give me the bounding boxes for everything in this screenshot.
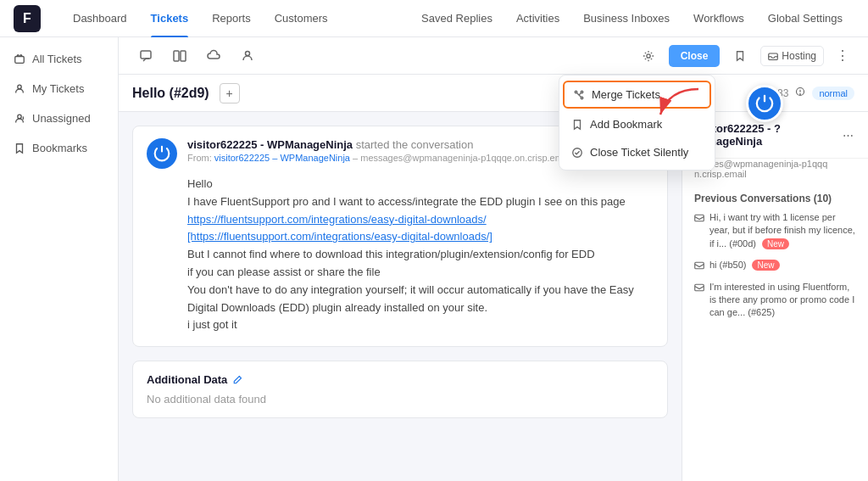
from-link[interactable]: visitor622225 – WPManageNinja xyxy=(214,153,350,163)
gear-icon xyxy=(643,50,654,62)
sidebar-item-all-tickets[interactable]: All Tickets xyxy=(0,44,118,74)
svg-point-16 xyxy=(800,94,801,95)
logo[interactable]: F xyxy=(14,5,41,32)
inbox-icon xyxy=(768,51,778,61)
sender-name: visitor622225 - WPManageNinja xyxy=(187,138,353,151)
edd-link-2[interactable]: [https://fluentsupport.com/integrations/… xyxy=(187,230,492,243)
email-icon-2 xyxy=(694,260,704,271)
nav-item-activities[interactable]: Activities xyxy=(504,0,571,37)
nav-item-workflows[interactable]: Workflows xyxy=(682,0,756,37)
ticket-icon xyxy=(14,53,25,65)
sidebar-item-unassigned[interactable]: Unassigned xyxy=(0,103,118,133)
convo-item-2[interactable]: hi (#b50) New xyxy=(694,259,856,271)
nav-item-reports[interactable]: Reports xyxy=(200,0,263,37)
ticket-title: Hello (#2d9) xyxy=(132,86,209,101)
merge-icon xyxy=(573,89,585,101)
split-view-button[interactable] xyxy=(166,42,193,70)
sidebar-item-my-tickets[interactable]: My Tickets xyxy=(0,74,118,103)
sidebar-item-bookmarks[interactable]: Bookmarks xyxy=(0,133,118,163)
additional-data-card: Additional Data No additional data found xyxy=(132,361,668,418)
close-ticket-silently-item[interactable]: Close Ticket Silently xyxy=(559,138,715,166)
more-options-button[interactable]: ⋮ xyxy=(831,44,854,68)
edd-link[interactable]: https://fluentsupport.com/integrations/e… xyxy=(187,213,487,226)
dropdown-menu: Merge Tickets Add Bookmark Close Ticket … xyxy=(559,75,715,171)
nav-item-saved-replies[interactable]: Saved Replies xyxy=(409,0,504,37)
chat-view-button[interactable] xyxy=(132,42,159,70)
merge-tickets-item[interactable]: Merge Tickets xyxy=(563,81,711,109)
ticket-meta: #83 normal xyxy=(771,87,854,100)
nav-item-global-settings[interactable]: Global Settings xyxy=(756,0,854,37)
svg-rect-4 xyxy=(141,51,151,59)
convo-item-3[interactable]: I'm interested in using Fluentform, is t… xyxy=(694,281,856,320)
cloud-button[interactable] xyxy=(200,42,227,70)
avatar xyxy=(147,138,177,169)
main-content: Close Hosting ⋮ Merge Tickets Add Bookma xyxy=(119,37,868,481)
email-icon-1 xyxy=(694,213,704,223)
ellipsis-icon: ⋮ xyxy=(836,48,849,64)
svg-point-7 xyxy=(246,51,250,55)
bookmark-icon xyxy=(14,143,25,154)
close-button[interactable]: Close xyxy=(669,45,721,67)
svg-rect-5 xyxy=(174,51,179,61)
message-action: started the conversation xyxy=(356,138,474,151)
settings-button[interactable] xyxy=(635,42,662,70)
svg-point-1 xyxy=(18,85,21,88)
bookmark-menu-icon xyxy=(571,119,583,131)
convo-item-1[interactable]: Hi, i want try with 1 license per year, … xyxy=(694,211,856,250)
additional-data-empty: No additional data found xyxy=(147,393,654,405)
svg-rect-6 xyxy=(181,51,186,61)
bookmark-toolbar-button[interactable] xyxy=(726,42,754,70)
sidebar: All Tickets My Tickets Unassigned Bookma… xyxy=(0,37,119,481)
cloud-icon xyxy=(207,49,220,63)
contact-name: visitor622225 - ?ManageNinja xyxy=(694,122,840,148)
power-icon xyxy=(755,94,774,113)
svg-rect-0 xyxy=(15,56,25,63)
add-tag-button[interactable]: + xyxy=(220,83,240,103)
contact-more-button[interactable]: ⋯ xyxy=(840,126,856,143)
svg-point-2 xyxy=(18,115,21,118)
columns-icon xyxy=(173,49,186,63)
nav-right: Saved Replies Activities Business Inboxe… xyxy=(409,0,854,37)
email-icon-3 xyxy=(694,282,704,293)
silent-close-icon xyxy=(571,147,583,159)
svg-point-8 xyxy=(646,53,649,57)
message-body: Hello I have FluentSupport pro and I wan… xyxy=(133,176,667,346)
nav-item-customers[interactable]: Customers xyxy=(263,0,340,37)
add-bookmark-item[interactable]: Add Bookmark xyxy=(559,110,715,138)
person-icon xyxy=(14,113,25,125)
person-button[interactable] xyxy=(234,42,261,70)
edit-icon[interactable] xyxy=(232,375,242,385)
nav-item-tickets[interactable]: Tickets xyxy=(139,0,201,37)
nav-left: Dashboard Tickets Reports Customers xyxy=(61,0,340,37)
hosting-badge[interactable]: Hosting xyxy=(760,46,824,66)
content-area: visitor622225 - WPManageNinja started th… xyxy=(119,112,868,481)
chat-icon xyxy=(139,49,153,63)
assign-icon xyxy=(241,49,254,63)
bookmark-outline-icon xyxy=(734,50,746,62)
user-icon xyxy=(14,83,25,95)
nav-item-dashboard[interactable]: Dashboard xyxy=(61,0,139,37)
main-layout: All Tickets My Tickets Unassigned Bookma… xyxy=(0,37,868,481)
priority-icon xyxy=(795,87,805,99)
additional-data-title: Additional Data xyxy=(147,373,654,386)
priority-badge: normal xyxy=(812,87,854,100)
nav-item-business-inboxes[interactable]: Business Inboxes xyxy=(571,0,682,37)
previous-conversations: Previous Conversations (10) Hi, i want t… xyxy=(682,186,868,335)
power-button[interactable] xyxy=(746,85,783,122)
top-nav: F Dashboard Tickets Reports Customers Sa… xyxy=(0,0,868,37)
prev-convos-title: Previous Conversations (10) xyxy=(694,193,856,204)
ticket-toolbar: Close Hosting ⋮ Merge Tickets Add Bookma xyxy=(119,37,868,75)
